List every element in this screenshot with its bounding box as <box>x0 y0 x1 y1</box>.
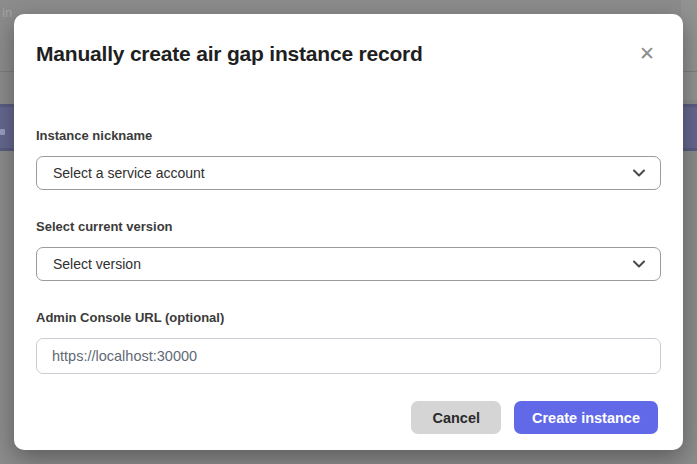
chevron-down-icon <box>633 169 645 177</box>
create-instance-button[interactable]: Create instance <box>514 401 658 434</box>
modal-footer: Cancel Create instance <box>14 374 683 434</box>
chevron-down-icon <box>633 260 645 268</box>
modal-header: Manually create air gap instance record … <box>14 14 683 66</box>
admin-console-url-label: Admin Console URL (optional) <box>36 310 661 325</box>
version-select-value: Select version <box>53 256 141 272</box>
service-account-select-value: Select a service account <box>53 165 205 181</box>
admin-console-url-input[interactable] <box>36 338 661 374</box>
backdrop-clipped-text: in <box>2 6 12 20</box>
current-version-label: Select current version <box>36 219 661 234</box>
instance-nickname-label: Instance nickname <box>36 128 661 143</box>
cancel-button[interactable]: Cancel <box>411 401 501 434</box>
modal-title: Manually create air gap instance record <box>36 41 423 66</box>
modal-body: Instance nickname Select a service accou… <box>14 128 683 374</box>
service-account-select[interactable]: Select a service account <box>36 156 661 190</box>
backdrop-row-tick <box>0 129 5 135</box>
version-select[interactable]: Select version <box>36 247 661 281</box>
close-icon[interactable]: ✕ <box>637 42 657 65</box>
create-air-gap-instance-modal: Manually create air gap instance record … <box>14 14 683 450</box>
backdrop-band <box>681 0 697 100</box>
